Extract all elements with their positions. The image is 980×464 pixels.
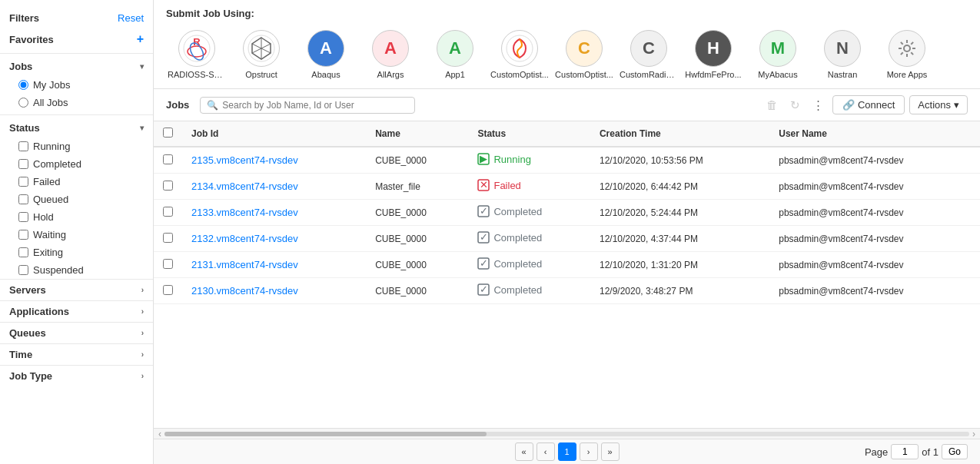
row-time-cell: 12/10/2020, 6:44:42 PM (590, 174, 769, 200)
suspended-checkbox[interactable] (18, 265, 28, 275)
page-1-btn[interactable]: 1 (558, 442, 576, 461)
row-checkbox-cell[interactable] (154, 278, 182, 304)
connect-button[interactable]: 🔗 Connect (832, 95, 905, 114)
delete-icon-btn[interactable]: 🗑 (762, 96, 782, 114)
scroll-left-arrow[interactable]: ‹ (158, 429, 164, 439)
sidebar-item-all-jobs[interactable]: All Jobs (0, 94, 153, 111)
sidebar-item-my-jobs[interactable]: My Jobs (0, 76, 153, 94)
row-checkbox-cell[interactable] (154, 147, 182, 174)
queued-label: Queued (33, 194, 68, 205)
jobs-section-label: Jobs (166, 99, 189, 111)
sidebar-item-completed[interactable]: Completed (0, 155, 153, 173)
filters-header: Filters Reset (0, 8, 153, 28)
svg-text:✕: ✕ (480, 179, 488, 191)
first-page-btn[interactable]: « (515, 442, 533, 461)
status-group[interactable]: Status ▾ (0, 118, 153, 138)
app-icon-allargs[interactable]: A AllArgs (360, 27, 421, 82)
servers-section[interactable]: Servers › (0, 279, 153, 300)
row-checkbox-2[interactable] (163, 207, 173, 217)
time-section[interactable]: Time › (0, 343, 153, 365)
status-chevron-icon: ▾ (140, 124, 144, 132)
app-icon-myabacus[interactable]: M MyAbacus (747, 27, 809, 82)
search-input[interactable] (222, 100, 408, 111)
last-page-btn[interactable]: » (601, 442, 620, 461)
queues-chevron-icon: › (141, 329, 144, 337)
hscroll-thumb[interactable] (164, 432, 487, 436)
page-number-input[interactable] (891, 444, 919, 459)
next-page-btn[interactable]: › (580, 442, 598, 461)
app-icon-opstruct[interactable]: Opstruct (231, 27, 292, 82)
app-icon-nastran[interactable]: N Nastran (812, 27, 873, 82)
applications-chevron-icon: › (141, 307, 144, 316)
time-label: Time (9, 349, 32, 360)
main-panel: Submit Job Using: R RADIOSS-SMP (154, 0, 980, 464)
favorites-group[interactable]: Favorites + (0, 28, 153, 50)
app-icon-radioss-smp[interactable]: R RADIOSS-SMP (166, 27, 228, 82)
jobs-group[interactable]: Jobs ▾ (0, 57, 153, 76)
completed-checkbox[interactable] (18, 159, 28, 169)
refresh-icon-btn[interactable]: ↻ (786, 96, 804, 114)
row-checkbox-cell[interactable] (154, 226, 182, 252)
row-checkbox-5[interactable] (163, 285, 173, 295)
row-checkbox-cell[interactable] (154, 200, 182, 226)
app-icon-customradioss[interactable]: C CustomRadioss (618, 27, 679, 82)
status-text-1: Failed (493, 180, 520, 191)
svg-text:✓: ✓ (480, 205, 488, 217)
applications-section[interactable]: Applications › (0, 300, 153, 322)
job-id-link-1[interactable]: 2134.vm8cent74-rvsdev (191, 181, 298, 192)
reset-link[interactable]: Reset (118, 12, 144, 24)
sidebar-item-failed[interactable]: Failed (0, 173, 153, 191)
job-id-link-5[interactable]: 2130.vm8cent74-rvsdev (191, 285, 298, 297)
col-job-id: Job Id (182, 121, 366, 147)
app-icon-more-apps[interactable]: More Apps (876, 27, 938, 82)
row-checkbox-4[interactable] (163, 259, 173, 269)
row-checkbox-0[interactable] (163, 154, 173, 164)
pagination-controls: « ‹ 1 › » (515, 442, 620, 461)
running-checkbox[interactable] (18, 141, 28, 151)
row-checkbox-1[interactable] (163, 181, 173, 191)
sidebar-item-queued[interactable]: Queued (0, 191, 153, 208)
horizontal-scrollbar[interactable]: ‹ › (154, 428, 980, 439)
sidebar-item-suspended[interactable]: Suspended (0, 261, 153, 279)
my-jobs-radio[interactable] (18, 80, 28, 90)
sidebar-item-waiting[interactable]: Waiting (0, 226, 153, 244)
hold-checkbox[interactable] (18, 212, 28, 222)
all-jobs-radio[interactable] (18, 98, 28, 108)
job-id-link-0[interactable]: 2135.vm8cent74-rvsdev (191, 154, 298, 166)
row-checkbox-3[interactable] (163, 233, 173, 243)
actions-button[interactable]: Actions ▾ (909, 95, 968, 114)
time-chevron-icon: › (141, 350, 144, 359)
app-icon-app1[interactable]: A App1 (424, 27, 486, 82)
waiting-checkbox[interactable] (18, 230, 28, 240)
status-text-2: Completed (493, 206, 542, 217)
app-icon-abaqus[interactable]: A Abaqus (295, 27, 357, 82)
go-button[interactable]: Go (942, 444, 968, 459)
queues-section[interactable]: Queues › (0, 322, 153, 343)
job-id-link-4[interactable]: 2131.vm8cent74-rvsdev (191, 259, 298, 270)
sidebar-item-exiting[interactable]: Exiting (0, 244, 153, 261)
job-id-link-2[interactable]: 2133.vm8cent74-rvsdev (191, 207, 298, 218)
prev-page-btn[interactable]: ‹ (537, 442, 555, 461)
select-all-checkbox[interactable] (163, 128, 173, 138)
sidebar-item-running[interactable]: Running (0, 138, 153, 155)
exiting-checkbox[interactable] (18, 247, 28, 257)
exiting-label: Exiting (33, 247, 63, 258)
sidebar-item-hold[interactable]: Hold (0, 208, 153, 226)
job-type-section[interactable]: Job Type › (0, 365, 153, 386)
app-icon-customoptist1[interactable]: CustomOptist... (489, 27, 550, 82)
job-id-link-3[interactable]: 2132.vm8cent74-rvsdev (191, 233, 298, 244)
more-options-icon-btn[interactable]: ⋮ (809, 96, 828, 114)
opstruct-icon-svg (247, 35, 275, 62)
select-all-col[interactable] (154, 121, 182, 147)
failed-checkbox[interactable] (18, 177, 28, 187)
scroll-right-arrow[interactable]: › (969, 429, 975, 439)
app-icon-hwfdmfepro[interactable]: H HwfdmFePro... (683, 27, 744, 82)
row-checkbox-cell[interactable] (154, 174, 182, 200)
search-box[interactable]: 🔍 (200, 97, 415, 114)
row-checkbox-cell[interactable] (154, 252, 182, 278)
favorites-add-icon[interactable]: + (137, 32, 144, 46)
queued-checkbox[interactable] (18, 194, 28, 204)
more-apps-gear-icon (897, 38, 917, 58)
app-icon-customoptist2[interactable]: C CustomOptist... (553, 27, 615, 82)
row-time-cell: 12/10/2020, 4:37:44 PM (590, 226, 769, 252)
